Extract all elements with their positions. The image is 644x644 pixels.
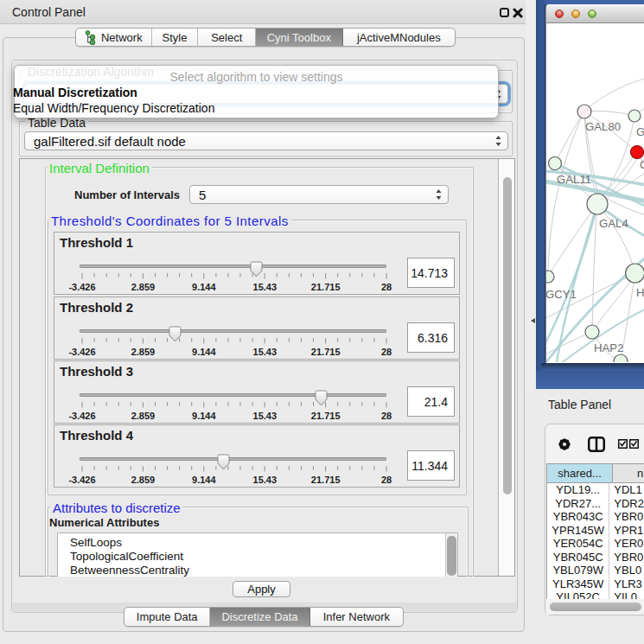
svg-text:GCY1: GCY1 — [546, 288, 577, 301]
svg-text:G: G — [636, 125, 644, 138]
svg-text:GAL80: GAL80 — [585, 120, 621, 133]
svg-text:C: C — [640, 158, 644, 171]
svg-text:H: H — [636, 286, 644, 299]
svg-text:GAL4: GAL4 — [599, 217, 628, 230]
svg-text:GAL11: GAL11 — [557, 173, 591, 186]
svg-text:HAP2: HAP2 — [594, 341, 623, 354]
